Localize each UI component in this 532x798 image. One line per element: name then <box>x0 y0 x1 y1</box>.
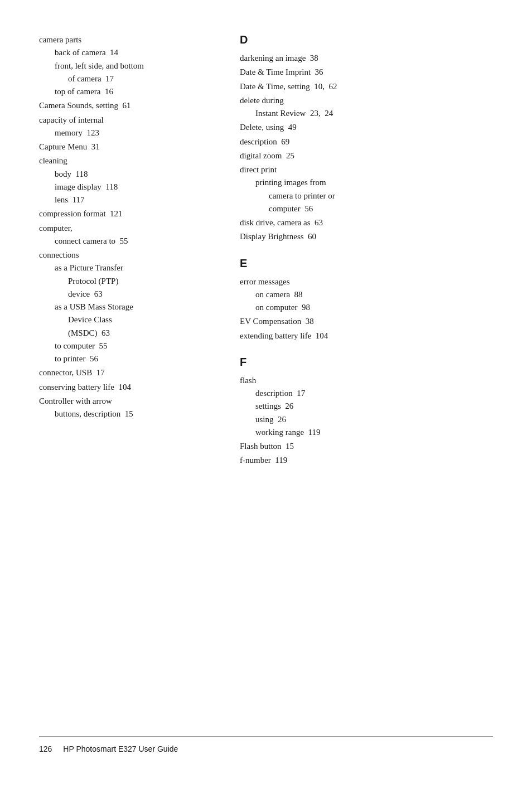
entry-description: description 69 <box>240 136 493 148</box>
entry-device-63: device 63 <box>39 288 212 301</box>
entry-disk-drive: disk drive, camera as 63 <box>240 216 493 229</box>
entry-image-display: image display 118 <box>39 181 212 194</box>
entry-flash-button: Flash button 15 <box>240 440 493 453</box>
entry-f-number: f-number 119 <box>240 454 493 467</box>
entry-digital-zoom: digital zoom 25 <box>240 149 493 162</box>
entry-to-printer: to printer 56 <box>39 352 212 365</box>
entry-computer-56: computer 56 <box>240 202 493 215</box>
entry-date-time-imprint: Date & Time Imprint 36 <box>240 66 493 79</box>
entry-date-time-setting-label: Date & Time, setting 10, 62 <box>240 80 493 93</box>
entry-conserving-battery: conserving battery life 104 <box>39 381 212 394</box>
entry-extending-battery: extending battery life 104 <box>240 330 493 342</box>
entry-controller: Controller with arrow buttons, descripti… <box>39 395 212 421</box>
entry-cleaning-label: cleaning <box>39 154 212 167</box>
entry-camera-parts: camera parts back of camera 14 front, le… <box>39 33 212 98</box>
entry-usb-mass-storage: as a USB Mass Storage <box>39 301 212 313</box>
entry-on-computer: on computer 98 <box>240 301 493 314</box>
entry-darkening: darkening an image 38 <box>240 52 493 65</box>
page: camera parts back of camera 14 front, le… <box>0 0 532 798</box>
entry-body: body 118 <box>39 168 212 181</box>
entry-capture-menu: Capture Menu 31 <box>39 141 212 153</box>
entry-flash-button-label: Flash button 15 <box>240 440 493 453</box>
entry-computer-label: computer, <box>39 222 212 235</box>
entry-capacity: capacity of internal memory 123 <box>39 114 212 140</box>
entry-computer: computer, connect camera to 55 <box>39 222 212 248</box>
section-header-f: F <box>240 356 493 369</box>
entry-ev-compensation: EV Compensation 38 <box>240 315 493 328</box>
entry-flash-working-range: working range 119 <box>240 426 493 439</box>
entry-printing-images-from: printing images from <box>240 176 493 189</box>
entry-camera-sounds-label: Camera Sounds, setting 61 <box>39 99 212 112</box>
entry-camera-sounds: Camera Sounds, setting 61 <box>39 99 212 112</box>
entry-display-brightness-label: Display Brightness 60 <box>240 230 493 243</box>
entry-ev-compensation-label: EV Compensation 38 <box>240 315 493 328</box>
entry-controller-label: Controller with arrow <box>39 395 212 408</box>
entry-direct-print-label: direct print <box>240 163 493 176</box>
entry-msdc: (MSDC) 63 <box>39 327 212 340</box>
entry-camera-parts-label: camera parts <box>39 33 212 46</box>
entry-flash-settings: settings 26 <box>240 400 493 413</box>
entry-digital-zoom-label: digital zoom 25 <box>240 149 493 162</box>
entry-delete-during: delete during Instant Review 23, 24 <box>240 94 493 120</box>
footer-page-number: 126 <box>39 744 52 753</box>
entry-date-time-imprint-label: Date & Time Imprint 36 <box>240 66 493 79</box>
footer: 126 HP Photosmart E327 User Guide <box>39 736 493 753</box>
entry-flash-description: description 17 <box>240 387 493 400</box>
entry-extending-battery-label: extending battery life 104 <box>240 330 493 342</box>
entry-buttons-description: buttons, description 15 <box>39 408 212 420</box>
entry-error-messages: error messages on camera 88 on computer … <box>240 275 493 315</box>
entry-cleaning: cleaning body 118 image display 118 lens… <box>39 154 212 206</box>
entry-direct-print: direct print printing images from camera… <box>240 163 493 215</box>
entry-lens: lens 117 <box>39 194 212 206</box>
entry-compression: compression format 121 <box>39 207 212 220</box>
entry-of-camera: of camera 17 <box>39 72 212 85</box>
entry-top-camera: top of camera 16 <box>39 85 212 98</box>
entry-flash: flash description 17 settings 26 using 2… <box>240 374 493 439</box>
entry-conserving-battery-label: conserving battery life 104 <box>39 381 212 394</box>
entry-connections: connections as a Picture Transfer Protoc… <box>39 249 212 365</box>
content-columns: camera parts back of camera 14 front, le… <box>39 33 493 714</box>
entry-capture-menu-label: Capture Menu 31 <box>39 141 212 153</box>
entry-error-messages-label: error messages <box>240 275 493 288</box>
entry-memory: memory 123 <box>39 127 212 139</box>
entry-connections-label: connections <box>39 249 212 262</box>
entry-disk-drive-label: disk drive, camera as 63 <box>240 216 493 229</box>
entry-front-left: front, left side, and bottom <box>39 60 212 72</box>
section-header-e: E <box>240 257 493 270</box>
section-header-d: D <box>240 33 493 46</box>
entry-camera-to-printer-or: camera to printer or <box>240 190 493 202</box>
entry-delete-using: Delete, using 49 <box>240 121 493 134</box>
entry-to-computer: to computer 55 <box>39 340 212 352</box>
entry-flash-using: using 26 <box>240 413 493 426</box>
entry-darkening-label: darkening an image 38 <box>240 52 493 65</box>
entry-display-brightness: Display Brightness 60 <box>240 230 493 243</box>
entry-capacity-label: capacity of internal <box>39 114 212 127</box>
entry-connector-usb: connector, USB 17 <box>39 366 212 379</box>
entry-delete-during-label: delete during <box>240 94 493 107</box>
entry-back-of-camera: back of camera 14 <box>39 46 212 59</box>
entry-protocol-ptp: Protocol (PTP) <box>39 275 212 288</box>
left-column: camera parts back of camera 14 front, le… <box>39 33 229 714</box>
entry-flash-label: flash <box>240 374 493 387</box>
entry-on-camera: on camera 88 <box>240 288 493 301</box>
entry-f-number-label: f-number 119 <box>240 454 493 467</box>
entry-connector-usb-label: connector, USB 17 <box>39 366 212 379</box>
entry-device-class: Device Class <box>39 313 212 326</box>
entry-description-label: description 69 <box>240 136 493 148</box>
entry-picture-transfer: as a Picture Transfer <box>39 262 212 274</box>
entry-connect-camera: connect camera to 55 <box>39 235 212 248</box>
footer-title: HP Photosmart E327 User Guide <box>63 744 178 753</box>
entry-date-time-setting: Date & Time, setting 10, 62 <box>240 80 493 93</box>
entry-compression-label: compression format 121 <box>39 207 212 220</box>
entry-delete-using-label: Delete, using 49 <box>240 121 493 134</box>
right-column: D darkening an image 38 Date & Time Impr… <box>229 33 493 714</box>
entry-instant-review: Instant Review 23, 24 <box>240 107 493 120</box>
